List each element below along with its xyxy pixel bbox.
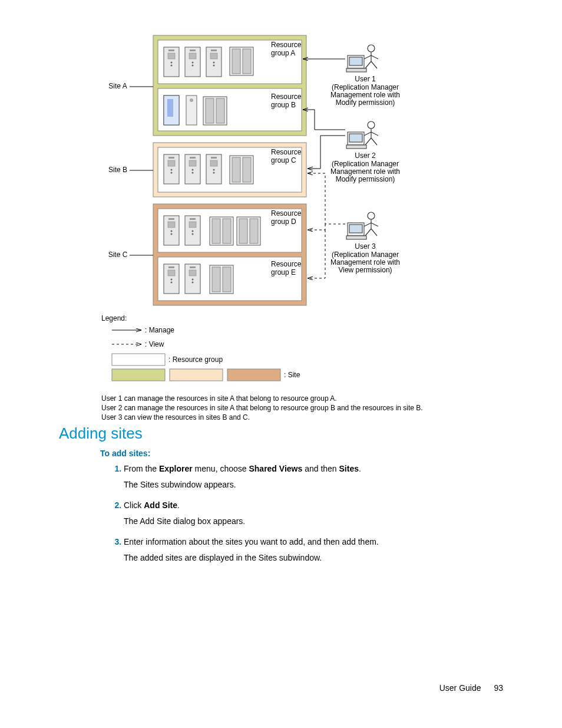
step-3: Enter information about the sites you wa… — [124, 536, 515, 564]
page-footer: User Guide 93 — [439, 683, 503, 693]
svg-text:(Replication ManagerManagement: (Replication ManagerManagement role with… — [330, 251, 400, 274]
legend-rg: : Resource group — [168, 355, 223, 364]
label-rg-a-1: Resource — [271, 41, 302, 49]
step-1: From the Explorer menu, choose Shared Vi… — [124, 463, 515, 491]
label-rg-a-2: group A — [271, 49, 295, 57]
svg-rect-41 — [227, 369, 280, 381]
legend-site: : Site — [284, 371, 300, 379]
user-3-icon — [346, 212, 378, 239]
legend-title: Legend: — [101, 314, 127, 322]
note-1: User 1 can manage the resources in site … — [101, 394, 337, 403]
label-site-a: Site A — [108, 82, 127, 90]
sites-diagram: Site A Site B Site C Resourcegroup A Res… — [59, 29, 515, 407]
label-user-1: User 1 — [355, 75, 376, 83]
svg-text:(Replication ManagerManagement: (Replication ManagerManagement role with… — [330, 83, 400, 107]
label-site-c: Site C — [108, 251, 128, 259]
step-2-result: The Add Site dialog box appears. — [124, 515, 515, 528]
step-2: Click Add Site. The Add Site dialog box … — [124, 499, 515, 528]
svg-rect-40 — [170, 369, 223, 381]
svg-rect-38 — [112, 354, 165, 365]
svg-text:(Replication ManagerManagement: (Replication ManagerManagement role with… — [330, 160, 400, 183]
footer-label: User Guide — [439, 683, 481, 693]
note-3: User 3 can view the resources in sites B… — [101, 413, 250, 421]
step-1-result: The Sites subwindow appears. — [124, 479, 515, 491]
svg-rect-39 — [112, 369, 165, 381]
user-2-icon — [346, 121, 378, 149]
user-1-icon — [346, 45, 378, 72]
step-3-result: The added sites are displayed in the Sit… — [124, 552, 515, 564]
section-subheading: To add sites: — [100, 449, 515, 458]
legend-manage: : Manage — [145, 326, 174, 334]
note-2: User 2 can manage the resources in site … — [101, 404, 423, 412]
procedure-steps: From the Explorer menu, choose Shared Vi… — [100, 463, 515, 564]
svg-point-18 — [190, 98, 193, 102]
svg-rect-16 — [167, 99, 173, 117]
label-user-3: User 3 — [355, 242, 376, 251]
label-user-2: User 2 — [355, 151, 376, 160]
label-site-b: Site B — [108, 166, 127, 174]
footer-page-number: 93 — [494, 683, 503, 693]
legend-view: : View — [145, 340, 164, 348]
